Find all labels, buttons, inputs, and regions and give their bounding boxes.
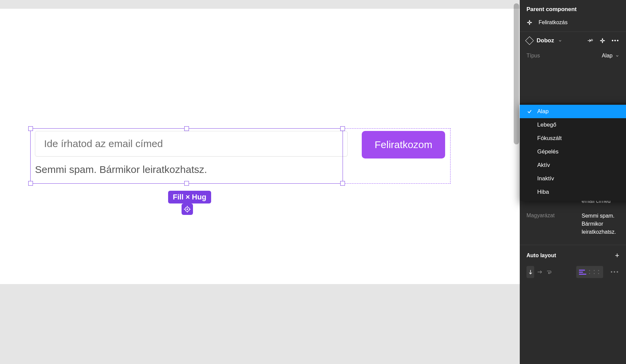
selection-solid-outline[interactable] bbox=[30, 128, 343, 184]
variant-diamond-icon bbox=[525, 36, 534, 45]
component-header: Doboz ••• bbox=[520, 32, 626, 49]
resize-handle-top-mid[interactable] bbox=[184, 126, 189, 131]
autolayout-section: Auto layout + bbox=[520, 245, 626, 284]
dropdown-option-label: Hiba bbox=[537, 189, 549, 195]
plus-icon[interactable]: + bbox=[615, 251, 619, 260]
target-icon[interactable] bbox=[182, 203, 193, 215]
resize-handle-bottom-right[interactable] bbox=[340, 181, 345, 186]
canvas-area[interactable]: Ide írhatod az email címed Semmi spam. B… bbox=[0, 0, 520, 364]
type-label: Típus bbox=[526, 53, 540, 59]
check-icon bbox=[526, 109, 533, 114]
scrollbar-vertical[interactable] bbox=[514, 3, 519, 144]
dropdown-option-label: Inaktív bbox=[537, 175, 554, 182]
parent-component-row[interactable]: Feliratkozás bbox=[526, 19, 619, 26]
autolayout-header: Auto layout + bbox=[526, 251, 619, 260]
direction-horizontal-icon[interactable] bbox=[536, 266, 543, 278]
align-bars-icon bbox=[579, 270, 586, 275]
explanation-property-row[interactable]: Magyarázat Semmi spam. Bármikor leiratko… bbox=[526, 209, 619, 239]
dropdown-option-hiba[interactable]: Hiba bbox=[520, 185, 626, 199]
autolayout-title: Auto layout bbox=[526, 253, 556, 259]
parent-component-name: Feliratkozás bbox=[539, 19, 568, 26]
dropdown-option-alap[interactable]: Alap bbox=[520, 105, 626, 118]
dropdown-option-label: Fókuszált bbox=[537, 135, 562, 142]
component-name: Doboz bbox=[537, 37, 554, 44]
dropdown-option-inaktiv[interactable]: Inaktív bbox=[520, 172, 626, 185]
workspace: Ide írhatod az email címed Semmi spam. B… bbox=[0, 0, 626, 364]
align-dots bbox=[589, 270, 600, 274]
autolayout-more-icon[interactable]: ••• bbox=[611, 269, 619, 275]
goto-main-icon[interactable] bbox=[587, 37, 593, 44]
component-set-icon bbox=[526, 19, 533, 26]
type-property-row[interactable]: Típus Alap bbox=[520, 49, 626, 62]
svg-point-1 bbox=[187, 209, 188, 210]
chevron-down-icon bbox=[558, 39, 562, 43]
parent-component-section: Parent component Feliratkozás bbox=[520, 0, 626, 32]
dropdown-option-label: Alap bbox=[537, 108, 549, 115]
more-icon[interactable]: ••• bbox=[612, 38, 619, 44]
explanation-value: Semmi spam. Bármikor leiratkozhatsz. bbox=[582, 212, 619, 236]
resize-handle-top-left[interactable] bbox=[28, 126, 33, 131]
dropdown-option-label: Gépelés bbox=[537, 148, 558, 155]
alignment-grid[interactable] bbox=[576, 266, 603, 278]
type-value-wrap[interactable]: Alap bbox=[602, 53, 619, 59]
dropdown-option-fokuszalt[interactable]: Fókuszált bbox=[520, 132, 626, 145]
component-name-wrap[interactable]: Doboz bbox=[526, 37, 562, 44]
dropdown-option-gepeles[interactable]: Gépelés bbox=[520, 145, 626, 158]
component-set-icon[interactable] bbox=[599, 38, 605, 44]
type-dropdown: Alap Lebegő Fókuszált Gépelés Aktív Inak… bbox=[520, 103, 626, 201]
explanation-label: Magyarázat bbox=[526, 212, 577, 236]
resize-handle-bottom-mid[interactable] bbox=[184, 181, 189, 186]
size-badge: Fill × Hug bbox=[168, 191, 211, 203]
autolayout-controls: ••• bbox=[526, 266, 619, 278]
chevron-down-icon bbox=[615, 54, 619, 58]
type-value: Alap bbox=[602, 53, 613, 59]
resize-handle-bottom-left[interactable] bbox=[28, 181, 33, 186]
parent-component-title: Parent component bbox=[526, 6, 619, 13]
properties-panel: Parent component Feliratkozás Doboz bbox=[520, 0, 626, 364]
dropdown-option-lebego[interactable]: Lebegő bbox=[520, 118, 626, 132]
dropdown-option-label: Lebegő bbox=[537, 122, 556, 128]
dropdown-option-aktiv[interactable]: Aktív bbox=[520, 158, 626, 172]
direction-vertical-icon[interactable] bbox=[526, 266, 534, 278]
direction-wrap-icon[interactable] bbox=[545, 266, 553, 278]
dropdown-option-label: Aktív bbox=[537, 162, 550, 169]
resize-handle-top-right[interactable] bbox=[340, 126, 345, 131]
component-header-actions: ••• bbox=[587, 37, 619, 44]
